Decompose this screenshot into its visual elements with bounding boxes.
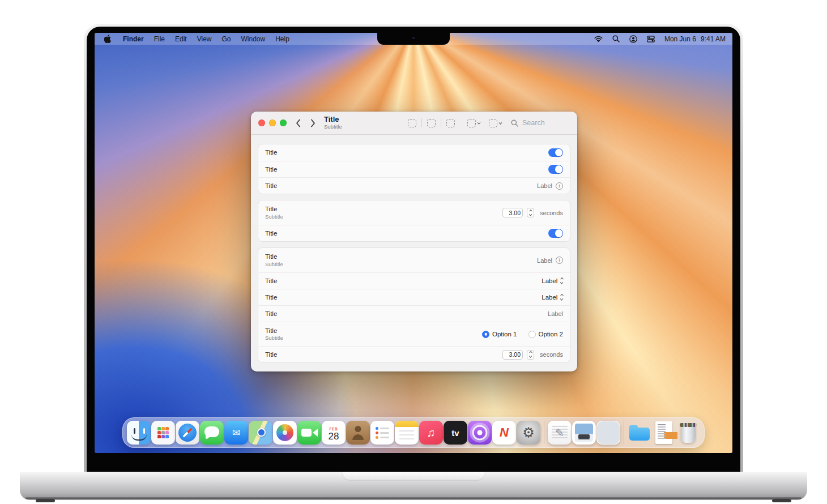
menu-edit[interactable]: Edit [170, 35, 192, 43]
control-center-icon[interactable] [645, 35, 657, 43]
apple-menu[interactable] [101, 35, 114, 43]
row-control: Label [542, 294, 563, 301]
menu-finder[interactable]: Finder [118, 35, 149, 43]
popup-button[interactable]: Label [542, 277, 563, 284]
calendar-day-label: 28 [329, 432, 339, 441]
info-icon[interactable]: i [556, 182, 563, 190]
toolbar-placeholder-icon[interactable] [446, 119, 455, 127]
search-field[interactable] [511, 118, 570, 127]
dock-icon-messages[interactable] [200, 421, 224, 445]
dock-icon-settings[interactable]: ⚙ [517, 421, 540, 445]
menu-view[interactable]: View [192, 35, 217, 43]
row-titles: TitleSubtitle [265, 253, 283, 268]
dock-divider [544, 421, 544, 444]
menu-file[interactable]: File [149, 35, 170, 43]
menu-window[interactable]: Window [236, 35, 271, 43]
row-titles: Title [265, 148, 277, 156]
settings-row: TitleSubtitle3.00seconds [258, 200, 570, 225]
toolbar-placeholder-icon[interactable] [408, 119, 416, 127]
wifi-icon[interactable] [592, 36, 605, 42]
dock-icon-news[interactable]: N [492, 421, 516, 445]
dock-icon-podcasts[interactable] [468, 421, 492, 445]
dock-icon-notes[interactable] [395, 421, 419, 445]
toolbar-dropdown-1[interactable] [467, 119, 480, 127]
search-input[interactable] [521, 118, 566, 127]
stepper-value-field[interactable]: 3.00 [502, 350, 523, 360]
radio-option[interactable]: Option 2 [528, 331, 563, 338]
dock-icon-glyph: ⚙ [522, 425, 535, 441]
stepper-value-field[interactable]: 3.00 [502, 208, 523, 217]
dock-icon-blank[interactable] [596, 421, 620, 445]
popup-button[interactable]: Label [542, 294, 563, 301]
calendar-month-label: FEB [330, 427, 338, 431]
laptop-lid-scoop [342, 472, 485, 481]
stepper-buttons[interactable] [527, 208, 534, 217]
window-title: Title [324, 116, 342, 123]
toolbar-placeholder-icon[interactable] [427, 119, 436, 127]
forward-button[interactable] [310, 119, 316, 127]
dock-icon-maps[interactable] [249, 421, 272, 445]
dock-icon-calendar[interactable]: FEB28 [322, 421, 346, 445]
radio-option[interactable]: Option 1 [482, 331, 517, 338]
user-switch-icon[interactable] [627, 35, 640, 43]
dock-icon-photos[interactable] [273, 421, 297, 445]
toggle-switch[interactable] [548, 148, 563, 157]
toolbar-separator [441, 118, 441, 127]
dock-icon-document[interactable] [652, 421, 676, 445]
dock-icon-contacts[interactable] [346, 421, 370, 445]
dock-icon-glyph: ✎ [555, 426, 564, 439]
row-titles: Title [265, 165, 277, 173]
row-title: Title [265, 182, 277, 190]
settings-row: Title [258, 161, 570, 177]
dock-icon-reminders[interactable] [370, 421, 394, 445]
laptop-lid: FinderFileEditViewGoWindowHelp [84, 24, 743, 472]
popup-label: Label [542, 277, 557, 284]
dock-icon-trash[interactable] [676, 421, 700, 445]
laptop-base-edge [25, 497, 802, 499]
toolbar-dropdown-2[interactable] [489, 119, 502, 127]
chevron-down-icon [561, 281, 564, 284]
back-button[interactable] [296, 119, 301, 127]
spotlight-search-icon[interactable] [610, 35, 622, 42]
dock-icon-facetime[interactable] [297, 421, 321, 445]
toggle-switch[interactable] [548, 229, 563, 238]
row-titles: TitleSubtitle [265, 327, 283, 342]
traffic-lights [258, 119, 287, 126]
dock-icon-launchpad[interactable] [151, 421, 175, 445]
info-icon[interactable]: i [556, 257, 563, 264]
row-title: Title [265, 327, 283, 335]
dock-icon-preview[interactable] [572, 421, 596, 445]
dock-icon-textedit[interactable]: ✎ [548, 421, 572, 445]
stepper-buttons[interactable] [527, 350, 534, 360]
row-control: Labeli [537, 257, 563, 264]
menu-help[interactable]: Help [270, 35, 295, 43]
laptop-foot [772, 499, 791, 502]
row-control [548, 148, 563, 157]
nav-buttons [296, 119, 316, 127]
chevron-up-icon [561, 294, 564, 297]
menu-bar-clock[interactable]: Mon Jun 6 9:41 AM [664, 35, 726, 43]
row-titles: Title [265, 277, 277, 285]
row-title: Title [265, 351, 277, 358]
toggle-switch[interactable] [548, 165, 563, 174]
radio-selected-icon [482, 331, 489, 338]
dock-icon-music[interactable]: ♫ [419, 421, 443, 445]
dock-icon-folder[interactable] [628, 421, 651, 445]
dock-icon-appletv[interactable]: tv [444, 421, 467, 445]
radio-unselected-icon [528, 331, 536, 338]
toolbar-icon-group [408, 118, 455, 127]
zoom-button[interactable] [280, 119, 287, 126]
row-title: Title [265, 310, 277, 318]
close-button[interactable] [258, 119, 265, 126]
dock-icon-finder[interactable] [127, 421, 151, 445]
dock-icon-mail[interactable]: ✉ [224, 421, 248, 445]
menu-go[interactable]: Go [217, 35, 236, 43]
dock-icon-glyph: tv [451, 428, 459, 438]
stepper-up-icon [529, 210, 532, 212]
popup-chevrons-icon [561, 294, 563, 300]
minimize-button[interactable] [269, 119, 276, 126]
camera-icon [412, 37, 415, 39]
toggle-knob [555, 165, 563, 173]
dock-icon-safari[interactable] [176, 421, 199, 445]
settings-group: TitleTitleTitleLabeli [258, 144, 570, 194]
